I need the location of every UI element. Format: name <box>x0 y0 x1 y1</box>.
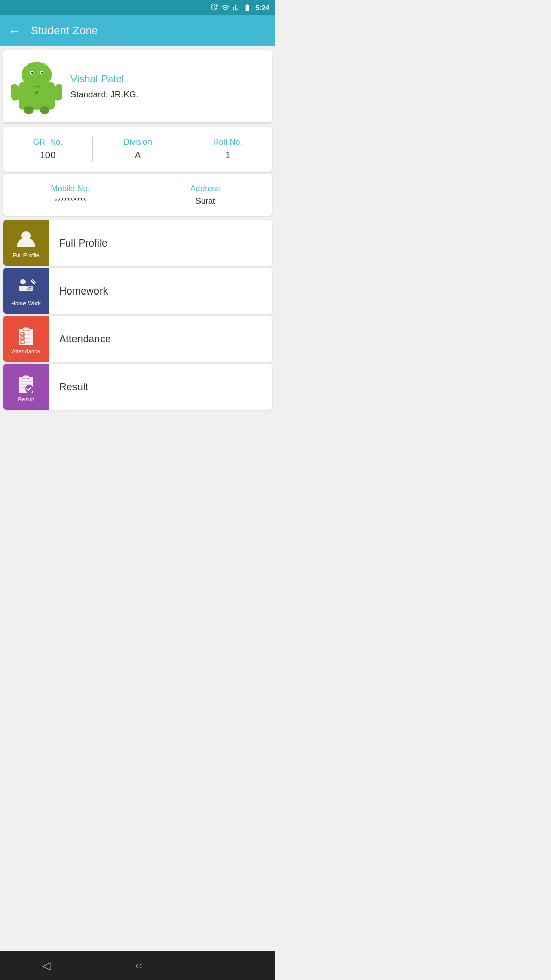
full-profile-icon-box: Full Profile <box>3 220 49 266</box>
full-profile-icon <box>15 228 37 250</box>
menu-item-result[interactable]: Result Result <box>3 364 272 410</box>
svg-point-4 <box>31 72 33 74</box>
svg-rect-18 <box>26 286 33 291</box>
stat-division: Division A <box>93 135 182 164</box>
attendance-icon <box>15 324 37 346</box>
homework-label: Homework <box>49 285 108 297</box>
gr-no-value: 100 <box>3 150 92 161</box>
gr-no-label: GR_No. <box>3 138 92 147</box>
svg-rect-24 <box>23 327 29 331</box>
app-bar: ← Student Zone <box>0 15 276 46</box>
svg-point-15 <box>20 279 26 284</box>
menu-item-homework[interactable]: Home Work Homework <box>3 268 272 314</box>
wifi-icon <box>221 4 230 12</box>
svg-point-1 <box>22 62 52 88</box>
full-profile-icon-label: Full Profile <box>13 252 39 258</box>
status-bar: 5:24 <box>0 0 276 15</box>
homework-icon-label: Home Work <box>11 300 41 306</box>
result-icon <box>15 372 37 394</box>
status-time: 5:24 <box>255 4 269 12</box>
svg-rect-10 <box>24 106 33 114</box>
stat-roll-no: Roll No. 1 <box>183 135 272 164</box>
attendance-icon-label: Attendance <box>12 348 40 354</box>
menu-item-full-profile[interactable]: Full Profile Full Profile <box>3 220 272 266</box>
svg-rect-36 <box>23 375 29 379</box>
svg-point-13 <box>35 91 39 94</box>
contact-mobile: Mobile No. ********** <box>3 184 138 206</box>
menu-item-attendance[interactable]: Attendance Attendance <box>3 316 272 362</box>
battery-icon <box>243 4 252 12</box>
profile-info: Vishal Patel Standard: JR.KG. <box>70 73 138 100</box>
result-icon-label: Result <box>18 396 34 402</box>
profile-card: Vishal Patel Standard: JR.KG. <box>3 50 272 122</box>
menu-list: Full Profile Full Profile <box>0 220 276 410</box>
profile-standard: Standard: JR.KG. <box>70 90 138 100</box>
alarm-icon <box>210 4 218 12</box>
address-value: Surat <box>138 197 273 206</box>
roll-no-value: 1 <box>183 150 272 161</box>
homework-icon-box: Home Work <box>3 268 49 314</box>
result-label: Result <box>49 381 88 393</box>
svg-rect-12 <box>33 86 40 87</box>
profile-name: Vishal Patel <box>70 73 138 85</box>
app-bar-title: Student Zone <box>31 24 98 37</box>
contact-address: Address Surat <box>138 184 273 206</box>
address-label: Address <box>138 184 273 193</box>
status-icons: 5:24 <box>210 4 269 12</box>
division-label: Division <box>93 138 182 147</box>
page-content: Vishal Patel Standard: JR.KG. GR_No. 100… <box>0 50 276 445</box>
division-value: A <box>93 150 182 161</box>
result-icon-box: Result <box>3 364 49 410</box>
contact-card: Mobile No. ********** Address Surat <box>3 174 272 216</box>
attendance-icon-box: Attendance <box>3 316 49 362</box>
roll-no-label: Roll No. <box>183 138 272 147</box>
mobile-label: Mobile No. <box>3 184 138 193</box>
full-profile-label: Full Profile <box>49 237 107 249</box>
back-button[interactable]: ← <box>8 23 20 38</box>
signal-icon <box>233 4 240 12</box>
mobile-value: ********** <box>3 197 138 206</box>
stat-gr-no: GR_No. 100 <box>3 135 92 164</box>
avatar <box>11 58 62 114</box>
homework-icon <box>15 276 37 298</box>
attendance-label: Attendance <box>49 333 111 345</box>
svg-rect-11 <box>40 106 49 114</box>
stats-card: GR_No. 100 Division A Roll No. 1 <box>3 127 272 172</box>
svg-point-5 <box>41 72 43 74</box>
